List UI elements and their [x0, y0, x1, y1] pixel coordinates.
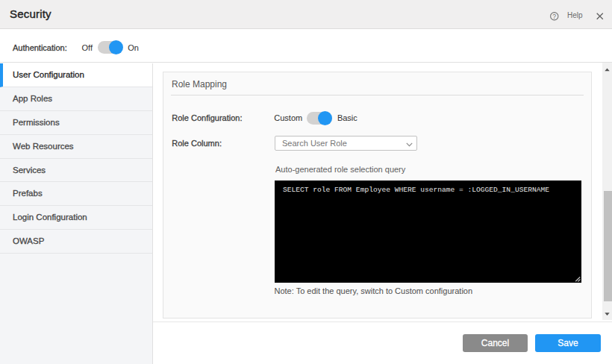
svg-text:?: ?: [552, 13, 556, 20]
